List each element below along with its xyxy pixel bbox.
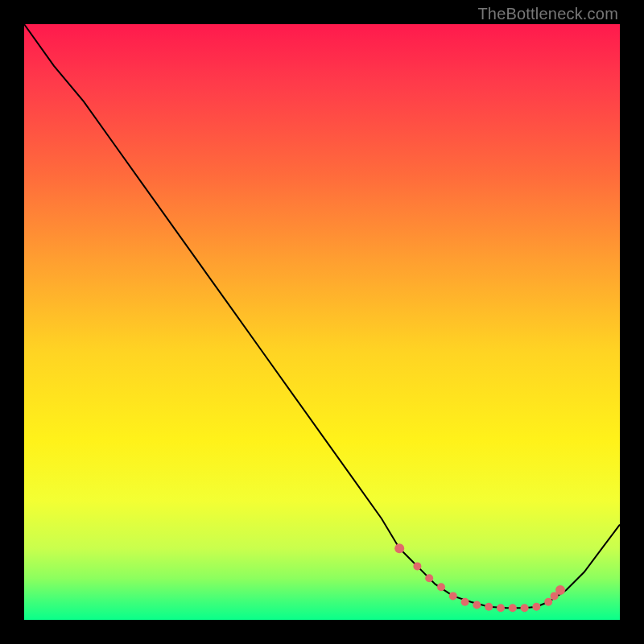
plot-area xyxy=(24,24,620,620)
highlight-dots xyxy=(394,543,565,612)
chart-stage: TheBottleneck.com xyxy=(0,0,644,644)
highlight-dot xyxy=(485,603,493,611)
highlight-dot xyxy=(461,598,469,606)
highlight-dot xyxy=(413,562,421,570)
highlight-dot xyxy=(509,604,517,612)
highlight-dot xyxy=(532,603,540,611)
highlight-dot xyxy=(544,598,552,606)
highlight-dot xyxy=(449,592,457,600)
highlight-dot xyxy=(394,543,404,553)
bottleneck-curve xyxy=(24,24,620,608)
highlight-dot xyxy=(555,585,565,595)
watermark-text: TheBottleneck.com xyxy=(477,5,618,23)
highlight-dot xyxy=(437,583,445,591)
highlight-dot xyxy=(497,604,505,612)
highlight-dot xyxy=(473,601,481,609)
curve-svg xyxy=(24,24,620,620)
highlight-dot xyxy=(425,574,433,582)
highlight-dot xyxy=(521,604,529,612)
